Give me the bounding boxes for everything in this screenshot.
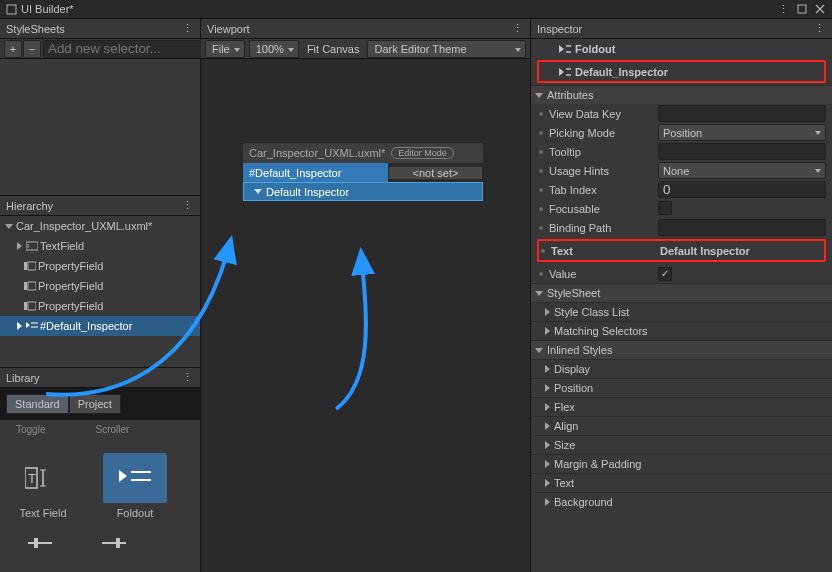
foldout-icon [559, 43, 571, 55]
file-menu[interactable]: File [205, 40, 245, 58]
section-margin[interactable]: Margin & Padding [531, 454, 832, 473]
view-data-key-input[interactable] [658, 105, 826, 122]
slider-icon [102, 535, 126, 551]
textfield-icon [26, 240, 38, 252]
window-expand-icon[interactable] [796, 3, 808, 15]
usage-hints-dropdown[interactable]: None [658, 162, 826, 179]
section-display[interactable]: Display [531, 359, 832, 378]
hierarchy-root-label: Car_Inspector_UXML.uxml* [16, 220, 152, 232]
section-style-class[interactable]: Style Class List [531, 302, 832, 321]
viewport-notset[interactable]: <not set> [388, 166, 483, 180]
window-close-icon[interactable] [814, 3, 826, 15]
default-inspector-title: Default_Inspector [575, 66, 668, 78]
svg-rect-11 [28, 302, 36, 310]
selector-input[interactable] [43, 40, 222, 58]
svg-rect-26 [116, 538, 120, 548]
theme-dropdown[interactable]: Dark Editor Theme [367, 40, 526, 58]
svg-marker-28 [559, 45, 564, 53]
svg-marker-31 [559, 68, 564, 76]
svg-rect-10 [24, 302, 27, 310]
svg-rect-9 [28, 282, 36, 290]
library-item-textfield[interactable]: T Text Field [8, 435, 78, 519]
hierarchy-item[interactable]: PropertyField [0, 276, 200, 296]
stylesheets-menu-icon[interactable]: ⋮ [182, 22, 194, 35]
section-align[interactable]: Align [531, 416, 832, 435]
chevron-right-icon [17, 242, 22, 250]
property-icon [24, 260, 36, 272]
section-inlined[interactable]: Inlined Styles [531, 340, 832, 359]
section-stylesheet[interactable]: StyleSheet [531, 283, 832, 302]
focusable-checkbox[interactable] [658, 201, 672, 215]
tab-project[interactable]: Project [69, 394, 121, 414]
foldout-title: Foldout [575, 43, 615, 55]
property-icon [24, 300, 36, 312]
fit-canvas-button[interactable]: Fit Canvas [303, 43, 364, 55]
inspector-menu-icon[interactable]: ⋮ [814, 22, 826, 35]
hierarchy-item-selected[interactable]: #Default_Inspector [0, 316, 200, 336]
inspector-header: Inspector [537, 23, 582, 35]
zoom-dropdown[interactable]: 100% [249, 40, 299, 58]
chevron-down-icon [254, 189, 262, 194]
remove-selector-button[interactable]: − [23, 40, 41, 58]
section-background[interactable]: Background [531, 492, 832, 511]
chevron-right-icon [17, 322, 22, 330]
add-selector-button[interactable]: + [4, 40, 22, 58]
hierarchy-menu-icon[interactable]: ⋮ [182, 199, 194, 212]
hierarchy-root[interactable]: Car_Inspector_UXML.uxml* [0, 216, 200, 236]
window-icon [6, 4, 17, 15]
viewport-selector[interactable]: #Default_Inspector [243, 163, 388, 182]
viewport-doc-header[interactable]: Car_Inspector_UXML.uxml* Editor Mode [243, 143, 483, 163]
binding-path-input[interactable] [658, 219, 826, 236]
section-matching[interactable]: Matching Selectors [531, 321, 832, 340]
viewport-header: Viewport [207, 23, 250, 35]
library-menu-icon[interactable]: ⋮ [182, 371, 194, 384]
value-checkbox[interactable]: ✓ [658, 267, 672, 281]
chevron-down-icon [535, 93, 543, 98]
svg-marker-20 [119, 470, 127, 482]
svg-rect-24 [34, 538, 38, 548]
text-value: Default Inspector [660, 245, 750, 257]
editor-mode-badge: Editor Mode [391, 147, 454, 159]
foldout-icon [26, 320, 38, 332]
foldout-icon [559, 66, 571, 78]
hierarchy-item[interactable]: PropertyField [0, 296, 200, 316]
picking-mode-dropdown[interactable]: Position [658, 124, 826, 141]
hierarchy-header: Hierarchy [6, 200, 53, 212]
window-menu-icon[interactable]: ⋮ [778, 3, 790, 15]
slider-icon [28, 535, 52, 551]
svg-rect-1 [798, 5, 806, 13]
section-text[interactable]: Text [531, 473, 832, 492]
library-header: Library [6, 372, 40, 384]
svg-rect-6 [24, 262, 27, 270]
svg-rect-0 [7, 5, 16, 14]
window-title: UI Builder* [21, 3, 74, 15]
svg-rect-7 [28, 262, 36, 270]
hierarchy-item[interactable]: TextField [0, 236, 200, 256]
viewport-foldout-label[interactable]: Default Inspector [243, 182, 483, 201]
section-attributes[interactable]: Attributes [531, 85, 832, 104]
tab-standard[interactable]: Standard [6, 394, 69, 414]
hierarchy-item[interactable]: PropertyField [0, 256, 200, 276]
section-size[interactable]: Size [531, 435, 832, 454]
section-position[interactable]: Position [531, 378, 832, 397]
tab-index-input[interactable] [658, 181, 826, 198]
svg-text:T: T [28, 471, 36, 486]
property-icon [24, 280, 36, 292]
svg-rect-8 [24, 282, 27, 290]
stylesheets-header: StyleSheets [6, 23, 65, 35]
viewport-menu-icon[interactable]: ⋮ [512, 22, 524, 35]
section-flex[interactable]: Flex [531, 397, 832, 416]
tooltip-input[interactable] [658, 143, 826, 160]
library-item-foldout[interactable]: Foldout [100, 435, 170, 519]
svg-marker-12 [26, 322, 30, 328]
chevron-down-icon [5, 224, 13, 229]
